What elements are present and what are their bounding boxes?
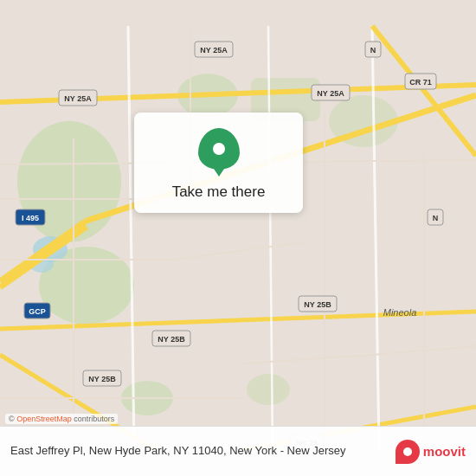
svg-text:NY 25B: NY 25B [158,335,185,344]
svg-text:CR 71: CR 71 [409,78,432,87]
map-pin-icon [198,128,240,170]
svg-text:Mineola: Mineola [383,307,417,318]
svg-text:NY 25B: NY 25B [304,300,331,309]
svg-text:NY 25B: NY 25B [88,375,116,383]
svg-text:N: N [370,46,376,55]
svg-text:I 495: I 495 [22,214,39,222]
svg-text:GCP: GCP [29,307,46,316]
svg-text:NY 25A: NY 25A [200,46,228,55]
pin-dot [213,143,225,155]
osm-attribution: © OpenStreetMap contributors [5,414,118,424]
svg-text:NY 25A: NY 25A [64,94,92,103]
bottom-bar: East Jeffrey Pl, New Hyde Park, NY 11040… [0,426,476,476]
map-container: NY 25A NY 25A NY 25A I 495 NY 25B NY 25B… [0,0,476,476]
osm-link[interactable]: OpenStreetMap [16,415,72,423]
osm-text: © OpenStreetMap contributors [9,415,114,423]
svg-text:N: N [433,214,439,222]
take-me-there-overlay[interactable]: Take me there [134,113,303,213]
map-background: NY 25A NY 25A NY 25A I 495 NY 25B NY 25B… [0,0,476,476]
moovit-icon [396,440,420,464]
moovit-logo: moovit [396,440,466,464]
moovit-text: moovit [423,444,466,459]
take-me-there-button[interactable]: Take me there [172,183,266,201]
svg-point-7 [247,374,290,405]
address-text: East Jeffrey Pl, New Hyde Park, NY 11040… [10,443,387,459]
svg-text:NY 25A: NY 25A [317,89,344,98]
